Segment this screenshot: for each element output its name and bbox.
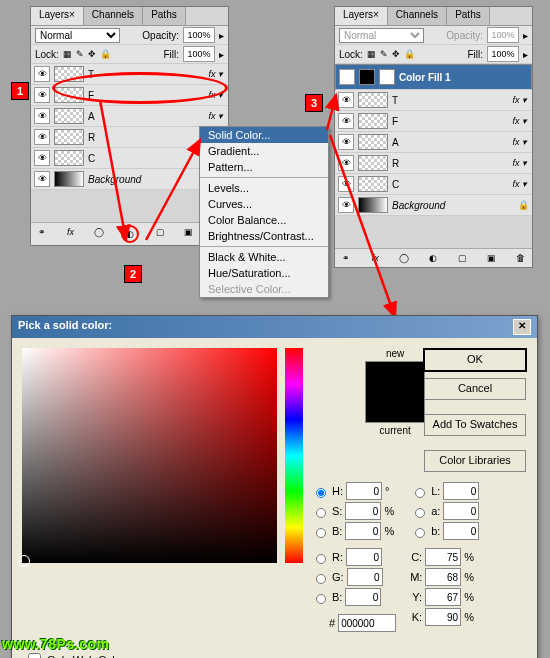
visibility-icon[interactable]: 👁	[34, 87, 50, 103]
radio-l[interactable]	[415, 488, 425, 498]
group-icon[interactable]: ▢	[456, 251, 470, 265]
fx-badge[interactable]: fx ▾	[208, 111, 223, 121]
visibility-icon[interactable]: 👁	[338, 155, 354, 171]
layer-row-T[interactable]: 👁Tfx ▾	[335, 90, 532, 111]
link-layers-icon[interactable]: ⚭	[339, 251, 353, 265]
blend-mode-select[interactable]: Normal	[339, 28, 424, 43]
menu-item-levels[interactable]: Levels...	[200, 180, 328, 196]
cancel-button[interactable]: Cancel	[424, 378, 526, 400]
visibility-icon[interactable]: 👁	[338, 92, 354, 108]
menu-item-black-white[interactable]: Black & White...	[200, 249, 328, 265]
c-input[interactable]	[425, 548, 461, 566]
radio-b[interactable]	[316, 528, 326, 538]
new-layer-icon[interactable]: ▣	[182, 225, 196, 239]
fx-badge[interactable]: fx ▾	[512, 116, 527, 126]
tab-channels[interactable]: Channels	[388, 7, 447, 25]
lock-transparency-icon[interactable]: ▦	[367, 49, 376, 59]
radio-r[interactable]	[316, 554, 326, 564]
tab-paths[interactable]: Paths	[143, 7, 186, 25]
visibility-icon[interactable]: 👁	[338, 197, 354, 213]
visibility-icon[interactable]: 👁	[339, 69, 355, 85]
mask-icon[interactable]: ◯	[397, 251, 411, 265]
fx-badge[interactable]: fx ▾	[512, 137, 527, 147]
lock-all-icon[interactable]: 🔒	[100, 49, 111, 59]
layer-row-A[interactable]: 👁 A fx ▾	[31, 106, 228, 127]
opacity-value[interactable]: 100%	[487, 27, 519, 43]
tab-layers[interactable]: Layers×	[335, 7, 388, 25]
menu-item-gradient[interactable]: Gradient...	[200, 143, 328, 159]
menu-item-pattern[interactable]: Pattern...	[200, 159, 328, 175]
menu-item-color-balance[interactable]: Color Balance...	[200, 212, 328, 228]
fx-badge[interactable]: fx ▾	[512, 179, 527, 189]
y-input[interactable]	[425, 588, 461, 606]
fill-value[interactable]: 100%	[487, 46, 519, 62]
h-input[interactable]	[346, 482, 382, 500]
visibility-icon[interactable]: 👁	[34, 150, 50, 166]
adjustment-layer-icon[interactable]: ◐	[121, 225, 139, 243]
visibility-icon[interactable]: 👁	[338, 113, 354, 129]
s-input[interactable]	[345, 502, 381, 520]
a-input[interactable]	[443, 502, 479, 520]
fx-badge[interactable]: fx ▾	[512, 158, 527, 168]
visibility-icon[interactable]: 👁	[34, 129, 50, 145]
visibility-icon[interactable]: 👁	[338, 176, 354, 192]
opacity-flyout-icon[interactable]: ▸	[219, 30, 224, 41]
menu-item-brightness-contrast[interactable]: Brightness/Contrast...	[200, 228, 328, 244]
fx-icon[interactable]: fx	[368, 251, 382, 265]
visibility-icon[interactable]: 👁	[34, 171, 50, 187]
lock-all-icon[interactable]: 🔒	[404, 49, 415, 59]
lock-move-icon[interactable]: ✥	[88, 49, 96, 59]
lock-paint-icon[interactable]: ✎	[380, 49, 388, 59]
link-layers-icon[interactable]: ⚭	[35, 225, 49, 239]
tab-channels[interactable]: Channels	[84, 7, 143, 25]
b-input[interactable]	[345, 522, 381, 540]
visibility-icon[interactable]: 👁	[338, 134, 354, 150]
trash-icon[interactable]: 🗑	[514, 251, 528, 265]
fx-badge[interactable]: fx ▾	[512, 95, 527, 105]
lock-transparency-icon[interactable]: ▦	[63, 49, 72, 59]
r-input[interactable]	[346, 548, 382, 566]
visibility-icon[interactable]: 👁	[34, 66, 50, 82]
m-input[interactable]	[425, 568, 461, 586]
opacity-value[interactable]: 100%	[183, 27, 215, 43]
menu-item-curves[interactable]: Curves...	[200, 196, 328, 212]
blend-mode-select[interactable]: Normal	[35, 28, 120, 43]
layer-row-R[interactable]: 👁Rfx ▾	[335, 153, 532, 174]
radio-g[interactable]	[316, 574, 326, 584]
tab-paths[interactable]: Paths	[447, 7, 490, 25]
adjustment-layer-icon[interactable]: ◐	[426, 251, 440, 265]
menu-item-selective-color[interactable]: Selective Color...	[200, 281, 328, 297]
add-swatches-button[interactable]: Add To Swatches	[424, 414, 526, 436]
layer-row-color-fill[interactable]: 👁 Color Fill 1	[335, 64, 532, 90]
mask-icon[interactable]: ◯	[92, 225, 106, 239]
new-layer-icon[interactable]: ▣	[485, 251, 499, 265]
fill-flyout-icon[interactable]: ▸	[219, 49, 224, 60]
layer-row-C[interactable]: 👁Cfx ▾	[335, 174, 532, 195]
visibility-icon[interactable]: 👁	[34, 108, 50, 124]
dialog-titlebar[interactable]: Pick a solid color: ✕	[12, 316, 537, 338]
hue-slider[interactable]	[285, 348, 303, 563]
color-field[interactable]	[22, 348, 277, 563]
g-input[interactable]	[347, 568, 383, 586]
radio-b3[interactable]	[415, 528, 425, 538]
ok-button[interactable]: OK	[423, 348, 527, 372]
l-input[interactable]	[443, 482, 479, 500]
k-input[interactable]	[425, 608, 461, 626]
fx-icon[interactable]: fx	[64, 225, 78, 239]
radio-s[interactable]	[316, 508, 326, 518]
menu-item-solid-color[interactable]: Solid Color...	[200, 127, 328, 143]
tab-layers[interactable]: Layers×	[31, 7, 84, 25]
color-libraries-button[interactable]: Color Libraries	[424, 450, 526, 472]
lock-move-icon[interactable]: ✥	[392, 49, 400, 59]
close-icon[interactable]: ✕	[513, 319, 531, 335]
b2-input[interactable]	[345, 588, 381, 606]
radio-a[interactable]	[415, 508, 425, 518]
opacity-flyout-icon[interactable]: ▸	[523, 30, 528, 41]
layer-row-background[interactable]: 👁Background🔒	[335, 195, 532, 216]
b3-input[interactable]	[443, 522, 479, 540]
group-icon[interactable]: ▢	[153, 225, 167, 239]
lock-paint-icon[interactable]: ✎	[76, 49, 84, 59]
layer-row-F[interactable]: 👁Ffx ▾	[335, 111, 532, 132]
radio-h[interactable]	[316, 488, 326, 498]
layer-row-A[interactable]: 👁Afx ▾	[335, 132, 532, 153]
